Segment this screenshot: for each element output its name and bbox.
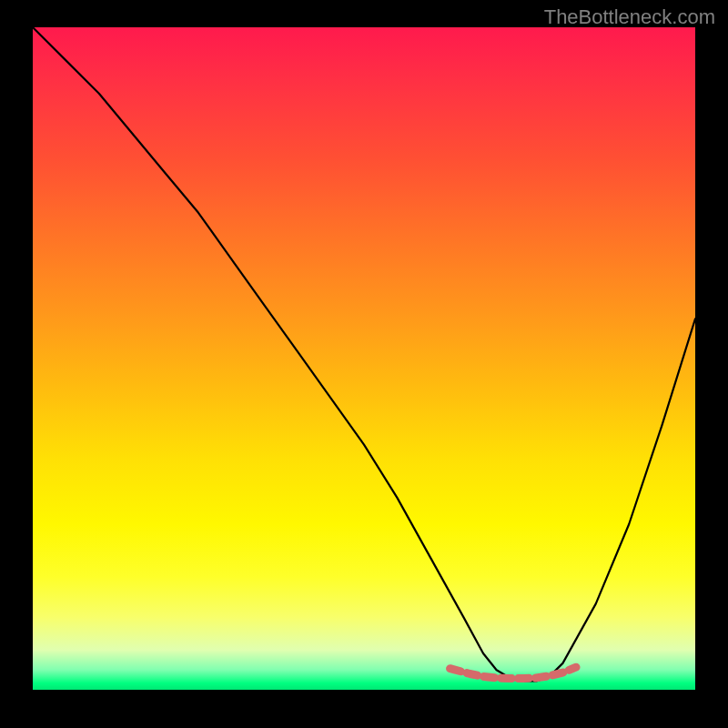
chart-svg xyxy=(33,27,695,690)
chart-plot-area xyxy=(33,27,695,690)
bottleneck-curve-line xyxy=(33,27,695,682)
watermark-text: TheBottleneck.com xyxy=(544,5,715,29)
